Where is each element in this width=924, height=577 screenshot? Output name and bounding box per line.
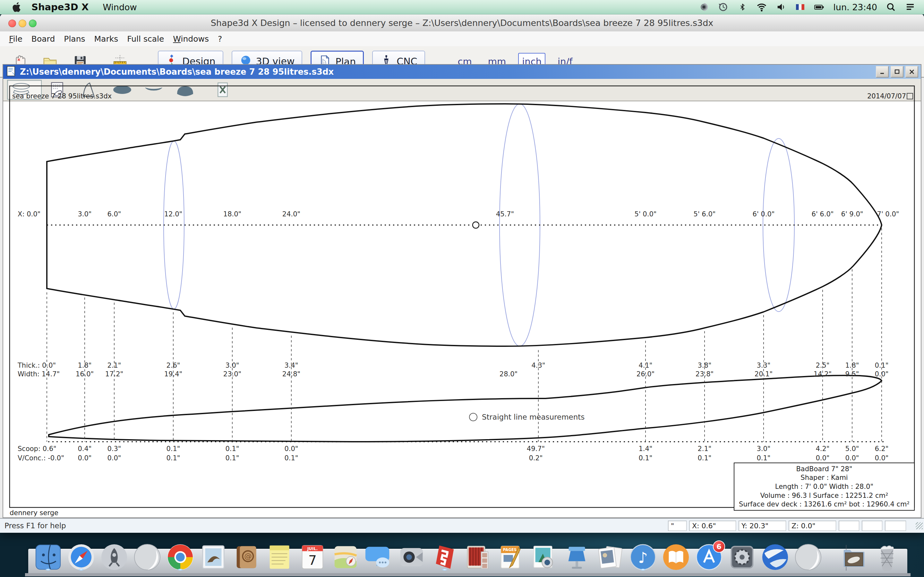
menu-item-marks[interactable]: Marks [94,34,118,44]
dock-facetime-icon[interactable] [397,543,426,571]
svg-text:7: 7 [309,553,317,568]
svg-text:♪: ♪ [638,549,648,566]
deck-shaded-view-button[interactable] [171,81,199,99]
menu-bar-app-name[interactable]: Shape3D X [31,2,89,13]
dock-notes-icon[interactable] [265,543,294,571]
menu-bar-item-window[interactable]: Window [103,2,137,12]
window-title-bar[interactable]: Shape3d X Design – licensed to dennery s… [0,14,924,32]
running-indicator [45,569,51,571]
dock-downloads-folder-icon[interactable] [840,543,868,571]
macos-menu-bar: Shape3D X Window lun. 23:40 [0,0,924,15]
plan-shaded-view-button[interactable] [108,81,136,99]
status-pane-q: " [668,521,687,531]
dock-messages-icon[interactable] [365,543,393,571]
menu-item-file[interactable]: File [9,34,23,44]
status-pane-x: X: 0.6" [689,521,736,531]
bottom-shaded-view-button[interactable] [140,81,168,99]
spotlight-icon[interactable] [885,2,897,13]
dock-google-earth-icon[interactable] [761,543,789,571]
child-close-button[interactable] [905,66,918,77]
dock-launchpad-icon[interactable] [100,543,128,571]
status-pane-empty-6 [885,521,906,531]
svg-text:JUIL.: JUIL. [307,546,318,551]
dock-ibooks-icon[interactable] [662,543,690,571]
menu-item-?[interactable]: ? [218,34,222,44]
shape3d-app-window: Shape3d X Design – licensed to dennery s… [0,14,924,533]
running-indicator [178,569,183,571]
menu-item-windows[interactable]: Windows [173,34,209,44]
window-title: Shape3d X Design – licensed to dennery s… [0,18,924,28]
resize-grip[interactable] [916,522,923,529]
dock-calendar-icon[interactable]: JUIL.7 [298,543,326,571]
menu-bar-right-icons [885,2,916,13]
status-bar: Press F1 for help "X: 0.6"Y: 20.3"Z: 0.0… [0,518,924,533]
apple-menu-icon[interactable] [11,2,21,12]
app-store-badge: 6 [713,540,725,553]
dock-trash-icon[interactable] [873,543,901,571]
running-indicator [640,569,646,571]
dock-appstore-icon[interactable]: 6 [695,543,723,571]
wifi-icon[interactable] [756,2,767,13]
child-window-toolbar [3,79,921,101]
dock-shelf-front [25,573,911,576]
dock-pages-icon[interactable]: PAGES [497,543,525,571]
displays-icon[interactable] [698,2,709,13]
board-document-window: Z:\Users\dennery\Documents\Boards\sea br… [3,64,921,518]
dock-itunes-icon[interactable]: ♪ [629,543,657,571]
child-maximize-button[interactable] [891,66,903,77]
excel-export-button[interactable] [212,81,234,99]
dock-iphoto-icon[interactable] [530,543,558,571]
dock-chrome-icon[interactable] [166,543,194,571]
running-indicator [79,569,84,571]
time-machine-icon[interactable] [718,2,729,13]
status-pane-empty-4 [838,521,859,531]
status-help-text: Press F1 for help [5,522,66,530]
notification-center-icon[interactable] [905,2,916,13]
battery-icon[interactable] [814,2,825,13]
dock-mail-icon[interactable] [199,543,228,571]
dock-maps-icon[interactable] [331,543,360,571]
menu-item-plans[interactable]: Plans [64,34,85,44]
app-menu-row: FileBoardPlansMarksFull scaleWindows? [0,31,924,47]
child-minimize-button[interactable] [876,66,889,77]
svg-text:PAGES: PAGES [503,548,517,552]
volume-icon[interactable] [775,2,787,13]
running-indicator [442,569,447,571]
bluetooth-icon[interactable] [737,2,748,13]
dock-safari-icon[interactable] [67,543,95,571]
input-french-flag-icon[interactable] [795,2,806,13]
menu-item-full-scale[interactable]: Full scale [127,34,164,44]
dock-contacts-icon[interactable]: @ [232,543,260,571]
child-window-title-bar[interactable]: Z:\Users\dennery\Documents\Boards\sea br… [3,65,921,79]
document-icon [6,66,16,78]
dock-photobooth-icon[interactable] [464,543,492,571]
dock-camtasia-icon[interactable] [133,543,162,571]
outline-view-button[interactable] [7,80,42,100]
dock-sketchup-icon[interactable] [431,543,459,571]
status-pane-y: Y: 20.3" [738,521,786,531]
menu-item-board[interactable]: Board [31,34,55,44]
menu-bar-status-icons [698,2,825,13]
menu-bar-clock[interactable]: lun. 23:40 [833,2,877,12]
dock-keynote-icon[interactable] [563,543,591,571]
dimensions-sheet-button[interactable] [45,81,69,99]
status-pane-empty-5 [862,521,882,531]
dock-photos-stack-icon[interactable] [596,543,624,571]
status-pane-z: Z: 0.0" [788,521,836,531]
dock-system-preferences-icon[interactable] [728,543,756,571]
profile-curve-button[interactable] [77,81,100,99]
dock: @JUIL.7PAGES♪6 [0,533,924,577]
dock-camtasia-2-icon[interactable] [794,543,822,571]
svg-text:@: @ [244,552,252,561]
dock-finder-icon[interactable] [34,543,62,571]
child-window-title: Z:\Users\dennery\Documents\Boards\sea br… [20,67,334,77]
